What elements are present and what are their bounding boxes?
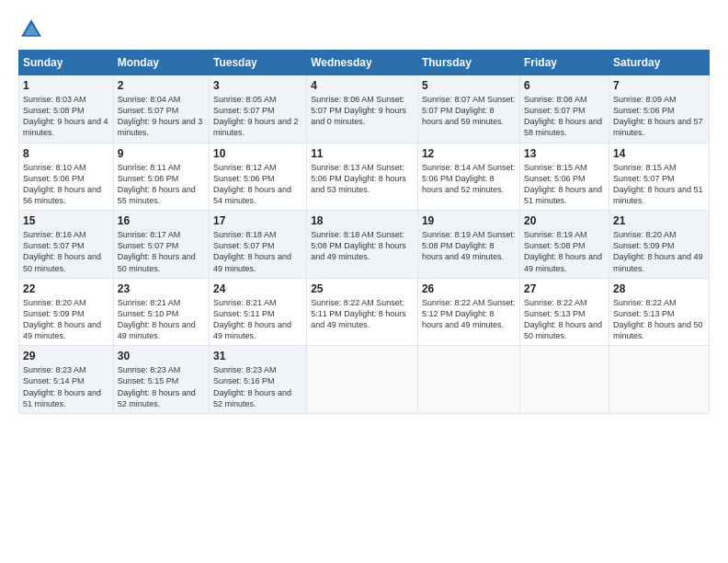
header-day: Tuesday [209, 51, 306, 75]
day-cell: 15Sunrise: 8:16 AM Sunset: 5:07 PM Dayli… [19, 211, 114, 279]
day-cell: 31Sunrise: 8:23 AM Sunset: 5:16 PM Dayli… [209, 346, 306, 414]
day-cell [417, 346, 519, 414]
day-cell: 22Sunrise: 8:20 AM Sunset: 5:09 PM Dayli… [19, 278, 114, 346]
day-number: 15 [23, 214, 109, 227]
day-number: 7 [613, 79, 705, 92]
day-cell: 23Sunrise: 8:21 AM Sunset: 5:10 PM Dayli… [113, 278, 209, 346]
day-cell [609, 346, 709, 414]
day-cell: 6Sunrise: 8:08 AM Sunset: 5:07 PM Daylig… [519, 75, 609, 144]
day-number: 20 [524, 214, 605, 227]
day-info: Sunrise: 8:15 AM Sunset: 5:06 PM Dayligh… [524, 162, 605, 207]
day-number: 11 [311, 147, 414, 160]
day-info: Sunrise: 8:14 AM Sunset: 5:06 PM Dayligh… [422, 162, 516, 195]
logo-icon [18, 17, 44, 42]
day-info: Sunrise: 8:22 AM Sunset: 5:13 PM Dayligh… [613, 297, 705, 342]
day-number: 19 [422, 214, 516, 227]
day-info: Sunrise: 8:18 AM Sunset: 5:07 PM Dayligh… [213, 229, 302, 274]
week-row: 15Sunrise: 8:16 AM Sunset: 5:07 PM Dayli… [19, 211, 710, 279]
day-number: 5 [422, 79, 516, 92]
day-cell: 9Sunrise: 8:11 AM Sunset: 5:06 PM Daylig… [113, 143, 209, 211]
day-cell: 27Sunrise: 8:22 AM Sunset: 5:13 PM Dayli… [519, 278, 609, 346]
header-day: Friday [519, 51, 609, 75]
day-info: Sunrise: 8:23 AM Sunset: 5:15 PM Dayligh… [118, 364, 205, 409]
day-info: Sunrise: 8:06 AM Sunset: 5:07 PM Dayligh… [311, 94, 414, 127]
day-number: 30 [118, 350, 205, 362]
header-day: Thursday [417, 51, 519, 75]
day-info: Sunrise: 8:20 AM Sunset: 5:09 PM Dayligh… [613, 229, 705, 274]
day-cell: 25Sunrise: 8:22 AM Sunset: 5:11 PM Dayli… [307, 278, 418, 346]
header-day: Monday [113, 51, 209, 75]
header-day: Wednesday [307, 51, 418, 75]
day-info: Sunrise: 8:03 AM Sunset: 5:08 PM Dayligh… [23, 94, 109, 139]
day-info: Sunrise: 8:20 AM Sunset: 5:09 PM Dayligh… [23, 297, 109, 342]
day-info: Sunrise: 8:21 AM Sunset: 5:10 PM Dayligh… [118, 297, 205, 342]
day-number: 2 [118, 79, 205, 92]
day-info: Sunrise: 8:23 AM Sunset: 5:16 PM Dayligh… [213, 364, 302, 409]
day-info: Sunrise: 8:21 AM Sunset: 5:11 PM Dayligh… [213, 297, 302, 342]
day-info: Sunrise: 8:19 AM Sunset: 5:08 PM Dayligh… [524, 229, 605, 274]
day-number: 23 [118, 282, 205, 295]
week-row: 22Sunrise: 8:20 AM Sunset: 5:09 PM Dayli… [19, 278, 710, 346]
day-cell: 20Sunrise: 8:19 AM Sunset: 5:08 PM Dayli… [519, 211, 609, 279]
day-cell: 4Sunrise: 8:06 AM Sunset: 5:07 PM Daylig… [307, 75, 418, 144]
day-info: Sunrise: 8:12 AM Sunset: 5:06 PM Dayligh… [213, 162, 302, 207]
day-info: Sunrise: 8:19 AM Sunset: 5:08 PM Dayligh… [422, 229, 516, 262]
day-info: Sunrise: 8:16 AM Sunset: 5:07 PM Dayligh… [23, 229, 109, 274]
day-number: 18 [311, 214, 414, 227]
day-cell [519, 346, 609, 414]
day-number: 8 [23, 147, 109, 160]
calendar-table: SundayMondayTuesdayWednesdayThursdayFrid… [18, 50, 710, 414]
day-cell: 5Sunrise: 8:07 AM Sunset: 5:07 PM Daylig… [417, 75, 519, 144]
week-row: 1Sunrise: 8:03 AM Sunset: 5:08 PM Daylig… [19, 75, 710, 144]
day-info: Sunrise: 8:07 AM Sunset: 5:07 PM Dayligh… [422, 94, 516, 127]
day-cell: 21Sunrise: 8:20 AM Sunset: 5:09 PM Dayli… [609, 211, 709, 279]
day-info: Sunrise: 8:22 AM Sunset: 5:11 PM Dayligh… [311, 297, 414, 330]
day-info: Sunrise: 8:09 AM Sunset: 5:06 PM Dayligh… [613, 94, 705, 139]
header-row: SundayMondayTuesdayWednesdayThursdayFrid… [19, 51, 710, 75]
day-cell: 11Sunrise: 8:13 AM Sunset: 5:06 PM Dayli… [307, 143, 418, 211]
day-number: 27 [524, 282, 605, 295]
day-number: 16 [118, 214, 205, 227]
day-number: 13 [524, 147, 605, 160]
day-cell: 10Sunrise: 8:12 AM Sunset: 5:06 PM Dayli… [209, 143, 306, 211]
day-info: Sunrise: 8:11 AM Sunset: 5:06 PM Dayligh… [118, 162, 205, 207]
day-number: 22 [23, 282, 109, 295]
day-cell: 19Sunrise: 8:19 AM Sunset: 5:08 PM Dayli… [417, 211, 519, 279]
day-info: Sunrise: 8:10 AM Sunset: 5:06 PM Dayligh… [23, 162, 109, 207]
day-number: 21 [613, 214, 705, 227]
day-number: 4 [311, 79, 414, 92]
day-number: 17 [213, 214, 302, 227]
day-info: Sunrise: 8:23 AM Sunset: 5:14 PM Dayligh… [23, 364, 109, 409]
day-cell: 1Sunrise: 8:03 AM Sunset: 5:08 PM Daylig… [19, 75, 114, 144]
day-cell: 18Sunrise: 8:18 AM Sunset: 5:08 PM Dayli… [307, 211, 418, 279]
day-cell: 7Sunrise: 8:09 AM Sunset: 5:06 PM Daylig… [609, 75, 709, 144]
day-info: Sunrise: 8:22 AM Sunset: 5:13 PM Dayligh… [524, 297, 605, 342]
day-cell: 3Sunrise: 8:05 AM Sunset: 5:07 PM Daylig… [209, 75, 306, 144]
day-number: 12 [422, 147, 516, 160]
day-number: 14 [613, 147, 705, 160]
day-cell: 28Sunrise: 8:22 AM Sunset: 5:13 PM Dayli… [609, 278, 709, 346]
day-info: Sunrise: 8:05 AM Sunset: 5:07 PM Dayligh… [213, 94, 302, 139]
day-number: 6 [524, 79, 605, 92]
day-cell: 2Sunrise: 8:04 AM Sunset: 5:07 PM Daylig… [113, 75, 209, 144]
day-info: Sunrise: 8:17 AM Sunset: 5:07 PM Dayligh… [118, 229, 205, 274]
page: SundayMondayTuesdayWednesdayThursdayFrid… [0, 0, 728, 563]
day-info: Sunrise: 8:04 AM Sunset: 5:07 PM Dayligh… [118, 94, 205, 139]
day-number: 25 [311, 282, 414, 295]
header-day: Sunday [19, 51, 114, 75]
day-cell: 12Sunrise: 8:14 AM Sunset: 5:06 PM Dayli… [417, 143, 519, 211]
header-day: Saturday [609, 51, 709, 75]
logo [18, 17, 48, 42]
day-info: Sunrise: 8:22 AM Sunset: 5:12 PM Dayligh… [422, 297, 516, 330]
day-number: 28 [613, 282, 705, 295]
day-cell: 29Sunrise: 8:23 AM Sunset: 5:14 PM Dayli… [19, 346, 114, 414]
day-cell: 14Sunrise: 8:15 AM Sunset: 5:07 PM Dayli… [609, 143, 709, 211]
day-number: 9 [118, 147, 205, 160]
day-cell: 16Sunrise: 8:17 AM Sunset: 5:07 PM Dayli… [113, 211, 209, 279]
day-number: 26 [422, 282, 516, 295]
day-info: Sunrise: 8:15 AM Sunset: 5:07 PM Dayligh… [613, 162, 705, 207]
day-number: 10 [213, 147, 302, 160]
day-number: 29 [23, 350, 109, 362]
day-info: Sunrise: 8:13 AM Sunset: 5:06 PM Dayligh… [311, 162, 414, 195]
day-number: 31 [213, 350, 302, 362]
